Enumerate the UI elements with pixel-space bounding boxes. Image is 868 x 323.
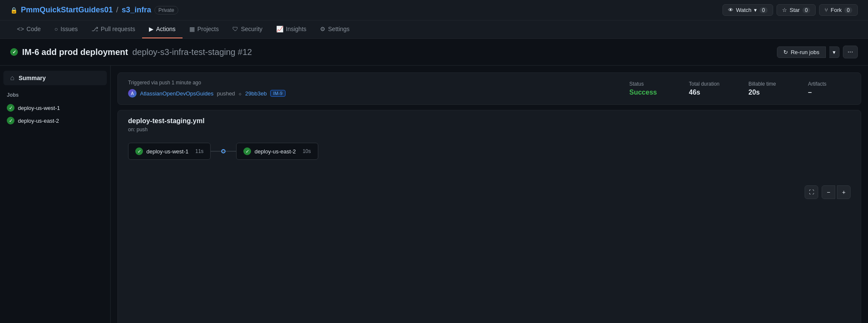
- job-west-time: 11s: [195, 148, 203, 154]
- tab-projects[interactable]: ▦ Projects: [183, 20, 226, 38]
- star-label: Star: [790, 7, 800, 13]
- watch-label: Watch: [736, 7, 751, 13]
- tab-insights-label: Insights: [286, 26, 306, 32]
- security-icon: 🛡: [232, 26, 238, 32]
- workflow-actions: ↻ Re-run jobs ▾ ···: [777, 46, 858, 58]
- actions-icon: ▶: [149, 26, 154, 32]
- flow-connector: [211, 149, 236, 153]
- tab-pull-requests-label: Pull requests: [101, 26, 135, 32]
- tab-pull-requests[interactable]: ⎇ Pull requests: [85, 20, 142, 38]
- flow-line-right: [226, 151, 236, 152]
- tab-security[interactable]: 🛡 Security: [226, 20, 269, 38]
- star-icon: ☆: [782, 7, 787, 13]
- repo-name[interactable]: s3_infra: [122, 6, 151, 14]
- job1-status-icon: ✓: [7, 104, 14, 112]
- fullscreen-button[interactable]: ⛶: [805, 185, 818, 199]
- sidebar-item-deploy-us-east-2[interactable]: ✓ deploy-us-east-2: [0, 114, 110, 127]
- tab-security-label: Security: [241, 26, 263, 32]
- settings-icon: ⚙: [320, 26, 326, 32]
- job2-name: deploy-us-east-2: [18, 118, 59, 124]
- sidebar-summary[interactable]: ⌂ Summary: [3, 71, 107, 85]
- im-badge[interactable]: IM-9: [270, 90, 286, 97]
- main-content: Triggered via push 1 minute ago A Atlass…: [111, 66, 868, 323]
- duration-column: Total duration 46s: [689, 81, 731, 96]
- zoom-out-icon: −: [827, 189, 830, 196]
- sidebar-item-deploy-us-west-1[interactable]: ✓ deploy-us-west-1: [0, 101, 110, 114]
- repo-owner[interactable]: PmmQuickStartGuides01: [21, 6, 113, 14]
- tab-code[interactable]: <> Code: [10, 20, 48, 38]
- tab-settings-label: Settings: [328, 26, 350, 32]
- trigger-text: Triggered via push 1 minute ago: [128, 80, 612, 86]
- status-label: Status: [629, 81, 672, 87]
- fullscreen-icon: ⛶: [809, 189, 814, 195]
- zoom-in-button[interactable]: +: [837, 185, 851, 199]
- fork-icon: ⑂: [825, 7, 828, 13]
- workflow-card: deploy-test-staging.yml on: push ✓ deplo…: [117, 110, 861, 323]
- issues-icon: ○: [54, 26, 58, 32]
- main-layout: ⌂ Summary Jobs ✓ deploy-us-west-1 ✓ depl…: [0, 66, 868, 323]
- top-bar: 🔒 PmmQuickStartGuides01 / s3_infra Priva…: [0, 0, 868, 20]
- repo-title: 🔒 PmmQuickStartGuides01 / s3_infra Priva…: [10, 6, 178, 14]
- pusher-name[interactable]: AtlassianOpenDevOpsGuides: [140, 90, 214, 97]
- pusher-row: A AtlassianOpenDevOpsGuides pushed ⬦ 29b…: [128, 89, 612, 98]
- billable-value: 20s: [748, 89, 791, 96]
- billable-label: Billable time: [748, 81, 791, 87]
- duration-value: 46s: [689, 89, 731, 96]
- watch-dropdown-icon: ▾: [754, 7, 757, 13]
- insights-icon: 📈: [276, 26, 283, 32]
- workflow-run-ref: deploy-s3-infra-test-staging #12: [132, 47, 252, 57]
- job2-status-icon: ✓: [7, 117, 14, 124]
- pushed-text: pushed: [217, 90, 235, 97]
- duration-label: Total duration: [689, 81, 731, 87]
- zoom-in-icon: +: [842, 189, 845, 196]
- trigger-info: Triggered via push 1 minute ago A Atlass…: [128, 80, 612, 98]
- projects-icon: ▦: [189, 26, 195, 32]
- tab-issues-label: Issues: [60, 26, 77, 32]
- tab-issues[interactable]: ○ Issues: [48, 20, 85, 38]
- pr-icon: ⎇: [91, 26, 98, 32]
- rerun-jobs-button[interactable]: ↻ Re-run jobs: [777, 46, 825, 58]
- chevron-down-icon: ▾: [833, 49, 836, 55]
- flow-line-left: [211, 151, 221, 152]
- sidebar: ⌂ Summary Jobs ✓ deploy-us-west-1 ✓ depl…: [0, 66, 111, 323]
- rerun-icon: ↻: [783, 49, 788, 55]
- visibility-badge: Private: [154, 6, 178, 14]
- job-east-name: deploy-us-east-2: [254, 148, 296, 155]
- star-count: 0: [802, 7, 811, 13]
- commit-icon: ⬦: [238, 90, 242, 97]
- tab-insights[interactable]: 📈 Insights: [269, 20, 313, 38]
- fork-label: Fork: [831, 7, 842, 13]
- rerun-dropdown-button[interactable]: ▾: [829, 46, 839, 58]
- avatar: A: [128, 89, 137, 98]
- workflow-status-icon: ✓: [10, 48, 18, 56]
- watch-button[interactable]: 👁 Watch ▾ 0: [722, 4, 773, 16]
- fork-button[interactable]: ⑂ Fork 0: [819, 4, 858, 16]
- fork-count: 0: [844, 7, 852, 13]
- tab-actions-label: Actions: [156, 26, 176, 32]
- workflow-title: ✓ IM-6 add prod deployment deploy-s3-inf…: [10, 47, 252, 57]
- job-box-east[interactable]: ✓ deploy-us-east-2 10s: [236, 143, 318, 160]
- workflow-header: ✓ IM-6 add prod deployment deploy-s3-inf…: [0, 39, 868, 66]
- status-card: Triggered via push 1 minute ago A Atlass…: [117, 72, 861, 105]
- tab-settings[interactable]: ⚙ Settings: [313, 20, 357, 38]
- tab-actions[interactable]: ▶ Actions: [142, 20, 183, 38]
- star-button[interactable]: ☆ Star 0: [777, 4, 816, 16]
- artifacts-value: –: [808, 89, 851, 96]
- zoom-out-button[interactable]: −: [822, 185, 835, 199]
- job-flow: ✓ deploy-us-west-1 11s ✓ deploy-us-east-…: [128, 143, 851, 160]
- job-box-west[interactable]: ✓ deploy-us-west-1 11s: [128, 143, 211, 160]
- header-actions: 👁 Watch ▾ 0 ☆ Star 0 ⑂ Fork 0: [722, 4, 858, 16]
- billable-column: Billable time 20s: [748, 81, 791, 96]
- nav-tabs: <> Code ○ Issues ⎇ Pull requests ▶ Actio…: [0, 20, 868, 39]
- artifacts-label: Artifacts: [808, 81, 851, 87]
- more-options-button[interactable]: ···: [843, 46, 858, 58]
- status-value: Success: [629, 89, 672, 96]
- code-icon: <>: [17, 26, 24, 32]
- watch-count: 0: [760, 7, 768, 13]
- lock-icon: 🔒: [10, 7, 17, 14]
- job-east-time: 10s: [303, 148, 311, 154]
- job-flow-area: ✓ deploy-us-west-1 11s ✓ deploy-us-east-…: [128, 143, 851, 199]
- commit-sha[interactable]: 29bb3eb: [245, 90, 267, 97]
- artifacts-column: Artifacts –: [808, 81, 851, 96]
- workflow-card-title: deploy-test-staging.yml: [128, 117, 851, 125]
